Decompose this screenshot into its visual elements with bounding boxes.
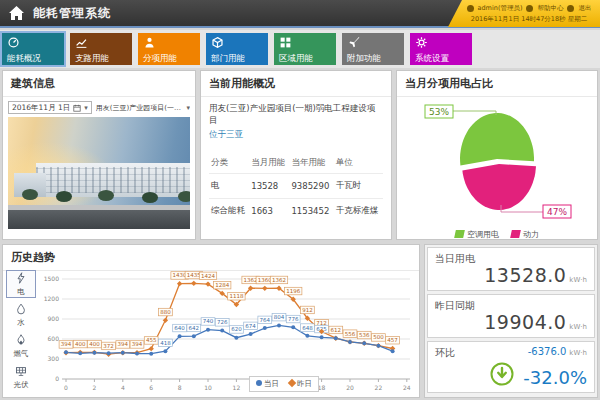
- svg-text:6: 6: [149, 384, 153, 391]
- help-icon: [526, 5, 533, 12]
- building-select[interactable]: 用友(三亚)产业园项目(一期)弱电工程建设项…: [96, 103, 190, 113]
- energy-type-rail: 电水燃气光伏: [6, 270, 36, 394]
- svg-text:612: 612: [331, 327, 342, 333]
- trend-legend: 当日昨日: [249, 376, 319, 392]
- svg-text:47%: 47%: [547, 207, 567, 217]
- svg-text:900: 900: [48, 315, 60, 322]
- gauge-icon: [7, 36, 59, 49]
- project-location-link[interactable]: 位于三亚: [209, 129, 383, 141]
- svg-text:1362: 1362: [244, 277, 258, 283]
- stat-ratio-delta: -6376.0: [528, 346, 567, 357]
- person-icon: [143, 36, 195, 49]
- svg-text:300: 300: [48, 355, 60, 362]
- user-ribbon: admin(管理员) 帮助中心 退出 2016年11月1日 14时47分18秒 …: [448, 0, 600, 27]
- app-title: 能耗管理系统: [33, 5, 111, 22]
- help-link[interactable]: 帮助中心: [537, 4, 563, 13]
- arrow-down-circle-icon: [490, 362, 514, 386]
- svg-text:400: 400: [89, 341, 100, 347]
- tab-settings[interactable]: 系统设置: [410, 33, 472, 65]
- svg-text:24: 24: [403, 384, 411, 391]
- tab-category[interactable]: 分项用能: [138, 33, 200, 65]
- svg-text:4: 4: [121, 384, 125, 391]
- svg-text:418: 418: [160, 340, 171, 346]
- energy-type-gas[interactable]: 燃气: [6, 332, 36, 360]
- datetime-text: 2016年11月1日 14时47分18秒 星期二: [471, 15, 587, 24]
- svg-text:648: 648: [302, 325, 313, 331]
- gear-icon: [415, 36, 467, 49]
- energy-type-electric[interactable]: 电: [6, 270, 36, 298]
- energy-type-pv[interactable]: 光伏: [6, 363, 36, 391]
- cube-icon: [211, 36, 263, 49]
- svg-text:400: 400: [75, 341, 86, 347]
- table-row: 综合能耗16631153452千克标准煤: [209, 198, 383, 223]
- droplet-icon: [15, 303, 27, 317]
- trend-line-chart: 0300600900120015000246810121416182022243…: [38, 269, 418, 400]
- project-name: 用友(三亚)产业园项目(一期)弱电工程建设项目: [209, 103, 383, 127]
- date-picker[interactable]: 2016年11月 1日: [8, 101, 92, 114]
- stat-ratio-delta-unit: kW·h: [569, 349, 587, 357]
- caret-down-icon: [84, 103, 88, 112]
- usage-table: 分类当月用能当年用能单位 电135289385290千瓦时综合能耗1663115…: [209, 153, 383, 223]
- legend-item-today: 当日: [256, 379, 279, 389]
- svg-text:0: 0: [55, 375, 59, 382]
- stat-yesterday: 昨日同期 19904.0 kW·h: [427, 294, 595, 338]
- stat-yesterday-value: 19904.0: [484, 311, 566, 333]
- usage-table-header: 当年用能: [289, 153, 333, 174]
- home-icon[interactable]: [8, 5, 25, 21]
- lightning-icon: [15, 272, 27, 286]
- tab-overview[interactable]: 能耗概况: [2, 33, 64, 65]
- legend-swatch: [510, 230, 521, 238]
- svg-text:912: 912: [302, 307, 313, 313]
- tab-branch[interactable]: 支路用能: [70, 33, 132, 65]
- svg-text:764: 764: [260, 317, 271, 323]
- svg-text:455: 455: [146, 337, 157, 343]
- svg-text:804: 804: [274, 314, 285, 320]
- flame-icon: [15, 334, 27, 348]
- svg-text:1424: 1424: [201, 273, 215, 279]
- svg-text:674: 674: [245, 323, 256, 329]
- trend-panel-title: 历史趋势: [3, 245, 419, 271]
- svg-text:620: 620: [231, 326, 242, 332]
- stat-today-unit: kW·h: [569, 276, 587, 284]
- svg-text:1196: 1196: [286, 288, 300, 294]
- pie-panel-title: 当月分项用电占比: [397, 71, 597, 97]
- svg-text:500: 500: [373, 334, 384, 340]
- usage-overview-panel: 当前用能概况 用友(三亚)产业园项目(一期)弱电工程建设项目 位于三亚 分类当月…: [200, 70, 392, 240]
- stat-ratio-percent: -32.0%: [523, 367, 587, 388]
- svg-text:1118: 1118: [229, 293, 243, 299]
- svg-text:0: 0: [64, 384, 68, 391]
- energy-type-water[interactable]: 水: [6, 301, 36, 329]
- svg-text:1200: 1200: [44, 295, 59, 302]
- pie-legend: 空调用电动力: [397, 229, 597, 240]
- stat-ratio: 环比 -6376.0 kW·h -32.0%: [427, 341, 595, 393]
- stat-today-value: 13528.0: [484, 264, 566, 286]
- building-info-panel: 建筑信息 2016年11月 1日 用友(三亚)产业园项目(一期)弱电工程建设项…: [2, 70, 196, 240]
- svg-text:22: 22: [375, 384, 383, 391]
- svg-text:776: 776: [288, 316, 299, 322]
- svg-text:20: 20: [346, 384, 354, 391]
- usage-overview-title: 当前用能概况: [201, 71, 391, 97]
- building-select-value: 用友(三亚)产业园项目(一期)弱电工程建设项…: [96, 103, 185, 113]
- photo-building-windows: [36, 167, 190, 193]
- usage-table-header-row: 分类当月用能当年用能单位: [209, 153, 383, 174]
- grid-icon: [279, 36, 331, 49]
- logout-icon: [567, 5, 574, 12]
- logout-link[interactable]: 退出: [578, 4, 591, 13]
- svg-text:53%: 53%: [429, 107, 449, 117]
- building-panel-title: 建筑信息: [3, 71, 195, 97]
- building-photo: [8, 117, 190, 229]
- svg-text:394: 394: [132, 341, 143, 347]
- usage-table-header: 当月用能: [249, 153, 289, 174]
- user-name[interactable]: admin(管理员): [478, 4, 523, 13]
- branch-chart-icon: [75, 36, 127, 49]
- svg-text:1362: 1362: [272, 277, 286, 283]
- svg-text:640: 640: [174, 325, 185, 331]
- svg-text:726: 726: [217, 319, 228, 325]
- tab-extra[interactable]: 附加功能: [342, 33, 404, 65]
- svg-text:457: 457: [387, 337, 398, 343]
- pie-legend-item: 动力: [511, 229, 539, 240]
- tab-area[interactable]: 区域用能: [274, 33, 336, 65]
- pie-legend-item: 空调用电: [455, 229, 499, 240]
- tab-department[interactable]: 部门用能: [206, 33, 268, 65]
- svg-text:394: 394: [118, 341, 129, 347]
